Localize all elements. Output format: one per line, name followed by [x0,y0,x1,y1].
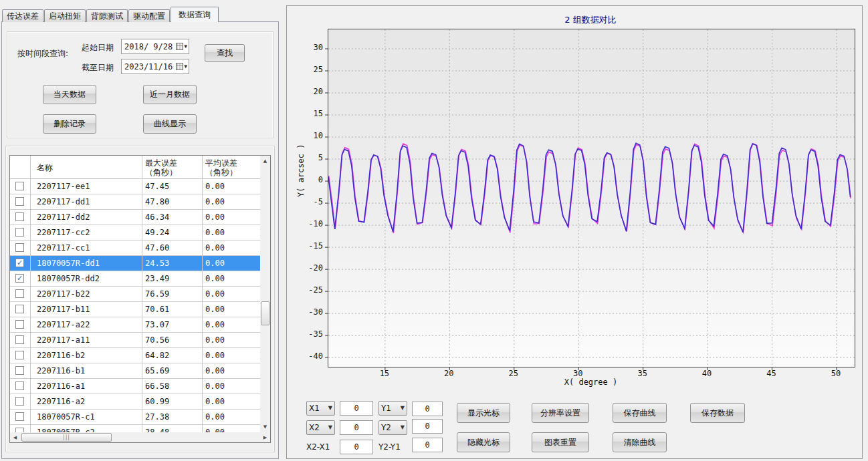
table-row[interactable]: 2207116-b264.820.00 [10,348,260,363]
table-row[interactable]: 2207116-a166.580.00 [10,379,260,394]
dy-label: Y2-Y1 [378,442,401,452]
table-row[interactable]: 2207117-dd246.340.00 [10,210,260,225]
table-row[interactable]: 2207117-cc147.600.00 [10,241,260,256]
last-month-data-button[interactable]: 近一月数据 [143,85,197,104]
chart-svg [328,29,855,367]
cell-avg-error: 0.00 [205,287,259,301]
x-tick-label: 45 [758,369,785,378]
checkbox-unchecked[interactable] [15,305,24,313]
table-row[interactable]: ✓18070057R-dd223.490.00 [10,271,260,287]
checkbox-unchecked[interactable] [15,182,24,190]
start-date-field[interactable]: 2018/ 9/28 ▼ [121,39,189,54]
cell-avg-error: 0.00 [205,210,259,224]
cell-max-error: 47.80 [145,194,199,209]
checkbox-checked[interactable]: ✓ [15,259,24,267]
cell-max-error: 24.53 [145,256,199,271]
checkbox-unchecked[interactable] [15,320,24,329]
save-curve-button[interactable]: 保存曲线 [613,403,667,423]
table-row[interactable]: 2207117-a1170.560.00 [10,333,260,348]
y1-cursor-select[interactable]: Y1▼ [378,401,407,416]
start-date-picker-button[interactable]: ▼ [176,43,189,50]
x1-value-field[interactable]: 0 [340,401,373,416]
checkbox-unchecked[interactable] [15,289,24,298]
dx-label: X2-X1 [306,442,330,452]
tab-active[interactable]: 数据查询 [171,7,219,22]
table-row[interactable]: 2207117-ee147.450.00 [10,179,260,194]
table-row[interactable]: 2207117-b1170.610.00 [10,302,260,317]
tab-item[interactable]: 驱动配置 [128,9,170,22]
show-cursor-button[interactable]: 显示光标 [457,403,510,423]
checkbox-unchecked[interactable] [15,228,24,237]
y2-cursor-select[interactable]: Y2▼ [378,420,407,435]
y1-value-field[interactable]: 0 [412,402,443,416]
curve-display-button[interactable]: 曲线显示 [143,114,197,134]
checkbox-unchecked[interactable] [15,335,24,344]
table-row[interactable]: 2207116-a260.990.00 [10,394,260,410]
table-row[interactable]: ✓18070057R-dd124.530.00 [10,256,260,271]
y-tick-label: -25 [298,285,323,295]
start-date-label: 起始日期 [82,42,114,53]
checkbox-unchecked[interactable] [15,397,24,406]
table-row[interactable]: 2207116-b165.690.00 [10,363,260,379]
checkbox-unchecked[interactable] [15,412,24,421]
table-row[interactable]: 2207117-cc249.240.00 [10,225,260,241]
chart-plot-area[interactable] [328,29,855,367]
scroll-right-icon[interactable]: ▶ [260,432,270,442]
dy-value-field[interactable]: 0 [412,438,443,452]
cell-max-error: 46.34 [145,210,199,224]
x-tick-label: 30 [564,369,591,378]
clear-curve-button[interactable]: 清除曲线 [613,432,667,452]
scroll-up-icon[interactable]: ▲ [260,156,270,166]
cell-max-error: 49.24 [145,225,199,240]
cell-avg-error: 0.00 [205,379,259,394]
checkbox-unchecked[interactable] [15,381,24,390]
checkbox-unchecked[interactable] [15,366,24,375]
vertical-scrollbar[interactable]: ▲ ▼ [260,156,270,432]
cell-max-error: 47.60 [145,241,199,255]
checkbox-unchecked[interactable] [15,351,24,359]
dx-value-field[interactable]: 0 [340,440,373,454]
y-tick-label: 20 [298,87,323,96]
horizontal-scrollbar[interactable]: ◀ ||| ▶ [10,432,270,442]
x2-cursor-select[interactable]: X2▼ [306,420,335,435]
horizontal-scrollbar-thumb[interactable]: ||| [21,433,112,442]
x2-value-field[interactable]: 0 [340,420,373,435]
checkbox-unchecked[interactable] [15,197,24,206]
cell-max-error: 47.45 [145,179,199,194]
tab-item[interactable]: 启动扭矩 [44,9,86,22]
table-row[interactable]: 2207117-dd147.800.00 [10,194,260,210]
cell-max-error: 70.56 [145,333,199,347]
end-date-picker-button[interactable]: ▼ [176,63,189,70]
tab-item[interactable]: 传达误差 [2,9,43,22]
chart-reset-button[interactable]: 图表重置 [532,432,589,452]
start-date-value: 2018/ 9/28 [124,42,173,51]
tab-item[interactable]: 背隙测试 [86,9,128,22]
cell-avg-error: 0.00 [205,317,259,332]
checkbox-checked[interactable]: ✓ [15,274,24,283]
chart-title: 2 组数据对比 [461,14,720,26]
x1-cursor-select[interactable]: X1▼ [306,401,335,416]
cell-avg-error: 0.00 [205,256,259,271]
resolution-settings-button[interactable]: 分辨率设置 [532,403,589,423]
grip-icon: ||| [63,434,70,440]
scroll-down-icon[interactable]: ▼ [260,422,270,432]
y-tick-label: -30 [298,307,323,317]
table-row[interactable]: 2207117-b2276.590.00 [10,287,260,302]
checkbox-unchecked[interactable] [15,243,24,252]
checkbox-unchecked[interactable] [15,212,24,221]
table-row[interactable]: 2207117-a2273.070.00 [10,317,260,333]
hide-cursor-button[interactable]: 隐藏光标 [457,432,510,452]
search-button[interactable]: 查找 [205,44,245,62]
y2-value-field[interactable]: 0 [412,419,443,434]
save-data-button[interactable]: 保存数据 [690,403,745,423]
cell-max-error: 73.07 [145,317,199,332]
x-tick-label: 20 [435,369,462,378]
cell-max-error: 64.82 [145,348,199,363]
table-row[interactable]: 18070057R-c127.380.00 [10,410,260,425]
today-data-button[interactable]: 当天数据 [43,85,96,104]
vertical-scrollbar-thumb[interactable] [261,301,269,325]
end-date-field[interactable]: 2023/11/16 ▼ [121,59,189,74]
cell-name: 2207117-cc1 [37,241,137,255]
scroll-left-icon[interactable]: ◀ [10,432,20,442]
delete-record-button[interactable]: 删除记录 [43,114,96,134]
